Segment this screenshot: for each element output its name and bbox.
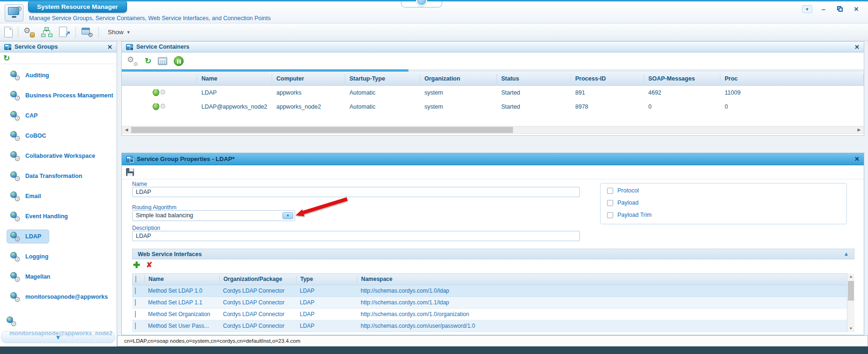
sidebar-item-ldap[interactable]: LDAP [0,226,117,246]
minimize-button[interactable]: – [818,5,829,13]
window-menu-button[interactable]: ▼ [802,5,812,13]
pause-icon[interactable] [174,56,184,66]
column-header-icon[interactable] [122,74,197,83]
service-containers-panel: Service Containers ✕ ↻ NameComputerStart… [121,41,864,136]
add-interface-button[interactable]: ✚ [133,261,140,269]
routing-algorithm-value: Simple load balancing [136,212,193,219]
chevron-down-icon[interactable]: ▼ [282,212,293,219]
cell-type: LDAP [296,299,357,306]
scrollbar-thumb[interactable] [131,127,513,133]
refresh-icon[interactable]: ↻ [3,54,10,62]
close-panel-button[interactable]: ✕ [107,44,112,50]
grid-view-icon[interactable] [158,57,167,65]
column-header-Computer[interactable]: Computer [272,74,345,83]
sidebar-item-coboc[interactable]: CoBOC [0,125,117,146]
close-panel-button[interactable]: ✕ [854,156,860,162]
properties-panel-title: Service Group Properties - LDAP* [137,155,851,162]
service-group-icon [7,317,16,326]
service-settings-icon[interactable] [127,56,138,66]
cell-name: Method Set LDAP 1.0 [144,288,219,294]
column-header-Organization[interactable]: Organization [420,74,497,83]
sidebar-item-auditing[interactable]: Auditing [0,65,117,85]
column-header-Startup-Type[interactable]: Startup-Type [345,74,420,83]
sidebar-item-event-handling[interactable]: Event Handling [0,206,117,226]
table-row[interactable]: Method Set LDAP 1.0Cordys LDAP Connector… [132,285,854,297]
collapse-header-knob-icon[interactable] [416,0,427,6]
checkbox-row-protocol[interactable]: Protocol [607,187,639,194]
checkbox[interactable] [607,212,613,218]
table-row[interactable]: LDAP@appworks_node2appworks_node2Automat… [122,100,864,114]
sidebar-item-business-process-management[interactable]: Business Process Management [0,85,117,105]
scroll-down-arrow-icon[interactable]: ▼ [847,325,854,332]
refresh-icon[interactable]: ↻ [145,57,151,65]
sidebar-item-cap[interactable]: CAP [0,105,117,125]
select-all-checkbox[interactable] [135,275,136,283]
annotation-arrow [293,196,351,219]
cell-org_package: Cordys LDAP Connector [219,311,296,317]
scroll-down-indicator[interactable]: ▼ [1,331,115,343]
checkbox[interactable] [135,299,136,306]
column-header-name[interactable]: Name [145,275,220,283]
checkbox[interactable] [607,200,613,206]
monitor-base-icon [12,16,16,18]
show-dropdown[interactable]: Show ▼ [108,29,131,36]
delete-interface-button[interactable]: ✘ [146,261,152,269]
panel-window-icon [4,44,11,50]
column-header-Status[interactable]: Status [497,74,571,83]
checkbox-row-payload-trim[interactable]: Payload Trim [607,212,652,218]
name-field[interactable]: LDAP [132,187,580,197]
column-header-Proc[interactable]: Proc [720,74,864,83]
panel-window-icon [126,156,133,162]
sidebar-item-email[interactable]: Email [0,186,117,206]
cell-status: Started [497,103,571,110]
sidebar-item-magellan[interactable]: Magellan [0,266,117,287]
column-header-namespace[interactable]: Namespace [357,275,847,283]
collapse-section-icon[interactable]: ▲ [844,251,849,257]
scroll-right-arrow-icon[interactable]: ▶ [855,126,863,133]
column-header-type[interactable]: Type [297,275,357,283]
toolbar-separator [18,27,18,38]
table-row[interactable]: Method Set OrganizationCordys LDAP Conne… [132,309,854,320]
checkbox[interactable] [135,288,136,294]
sidebar-item-collaborative-workspace[interactable]: Collaborative Workspace [0,146,117,166]
checkbox[interactable] [607,188,613,194]
configure-button[interactable]: ⚙ [81,26,93,38]
scroll-left-arrow-icon[interactable]: ◀ [123,126,130,133]
scrollbar-thumb[interactable] [848,281,854,301]
service-group-tree-button[interactable] [41,26,53,38]
description-field[interactable]: LDAP [132,231,580,241]
routing-algorithm-dropdown[interactable]: Simple load balancing ▼ [132,210,295,221]
checkbox[interactable] [135,323,136,329]
new-document-button[interactable] [4,27,13,37]
horizontal-scrollbar[interactable]: ◀ ▶ [122,126,863,134]
sidebar-item-data-transformation[interactable]: Data Transformation [0,166,117,186]
pencil-icon: ↗ [65,30,70,37]
close-panel-button[interactable]: ✕ [854,44,860,50]
web-service-interfaces-header[interactable]: Web Service Interfaces ▲ [132,249,854,259]
column-header-Name[interactable]: Name [197,74,272,83]
service-containers-panel-title: Service Containers [136,44,851,50]
scroll-up-arrow-icon[interactable]: ▲ [847,273,854,280]
column-header-organization-package[interactable]: Organization/Package [220,275,297,283]
table-row[interactable]: Method Set User Pass...Cordys LDAP Conne… [132,320,854,332]
collapse-header-handle[interactable] [401,1,442,7]
cell-name: Method Set User Pass... [144,323,219,329]
service-containers-toolbar: ↻ [122,52,864,69]
table-row[interactable]: Method Set LDAP 1.1Cordys LDAP Connector… [132,297,854,309]
cell-process_id: 891 [571,89,644,96]
save-button[interactable] [126,168,134,176]
sidebar-item-monitorsoapnode-appworks[interactable]: monitorsoapnode@appworks [0,287,117,307]
table-row[interactable]: LDAPappworksAutomaticsystemStarted891469… [122,86,864,100]
column-header-Process-ID[interactable]: Process-ID [571,74,644,83]
checkbox[interactable] [135,311,136,317]
restore-button[interactable] [835,5,845,13]
checkbox-row-payload[interactable]: Payload [607,199,638,206]
cell-organization: system [420,103,497,110]
close-window-button[interactable]: ✕ [851,5,861,13]
new-service-container-button[interactable]: ⚙ [23,26,36,38]
sidebar-item-logging[interactable]: Logging [0,246,117,266]
column-header-SOAP-Messages[interactable]: SOAP-Messages [644,74,720,83]
report-button[interactable]: ↗ [58,26,70,38]
vertical-scrollbar[interactable]: ▲ ▼ [847,273,854,332]
window-controls: ▼ – ✕ [802,5,861,13]
